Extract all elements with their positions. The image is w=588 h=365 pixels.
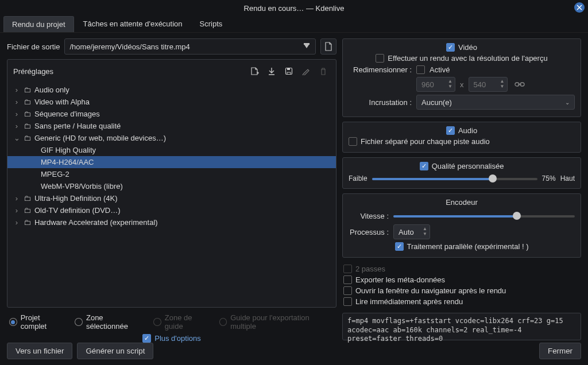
tree-item-audio[interactable]: ›🗀Audio only <box>7 84 336 96</box>
clear-file-icon[interactable] <box>303 42 312 51</box>
tree-label: GIF High Quality <box>41 146 96 154</box>
overlay-select[interactable]: Aucun(e) ⌄ <box>416 95 575 110</box>
radio-full-project[interactable]: Projet complet <box>9 313 67 331</box>
delete-preset-icon[interactable] <box>316 63 330 79</box>
tree-item-imgseq[interactable]: ›🗀Séquence d'images <box>7 108 336 120</box>
main-tabs: Rendu du projet Tâches en attente d'exéc… <box>0 16 588 33</box>
tree-item-hw[interactable]: ›🗀Hardware Accelerated (experimental) <box>7 216 336 228</box>
tree-label: MP4-H264/AAC <box>41 158 94 166</box>
tree-item-lossless[interactable]: ›🗀Sans perte / Haute qualité <box>7 120 336 132</box>
new-preset-icon[interactable] <box>247 63 261 79</box>
tree-label: Audio only <box>34 86 69 94</box>
radio-label: Zone de guide <box>165 313 211 331</box>
tree-item-mp4[interactable]: MP4-H264/AAC <box>7 156 336 168</box>
separate-audio-label: Fichier séparé pour chaque piste audio <box>361 137 490 146</box>
ffmpeg-params[interactable]: f=mp4 movflags=+faststart vcodec=libx264… <box>342 313 581 340</box>
output-file-value: /home/jeremy/Vidéos/Sans titre.mp4 <box>69 42 189 51</box>
preset-tree[interactable]: ›🗀Audio only ›🗀Video with Alpha ›🗀Séquen… <box>7 83 336 232</box>
output-file-input[interactable]: /home/jeremy/Vidéos/Sans titre.mp4 <box>64 38 316 55</box>
parallel-label: Traitement parallèle (expérimental ! ) <box>407 242 529 251</box>
resize-enable-checkbox[interactable] <box>416 65 425 74</box>
x-label: x <box>460 80 464 89</box>
tree-label: Generic (HD for web, mobile devices…) <box>34 134 166 142</box>
resize-label: Redimensionner : <box>349 65 412 74</box>
quality-label: Qualité personnalisée <box>432 162 504 170</box>
tree-item-mpeg2[interactable]: MPEG-2 <box>7 168 336 180</box>
speed-slider[interactable] <box>393 210 575 222</box>
tree-label: Ultra-High Definition (4K) <box>34 194 118 203</box>
two-pass-checkbox <box>343 265 352 273</box>
tree-label: Old-TV definition (DVD…) <box>34 206 121 215</box>
tree-label: Séquence d'images <box>34 110 100 118</box>
radio-label: Projet complet <box>21 313 67 331</box>
tree-label: WebM-VP8/Vorbis (libre) <box>41 182 123 191</box>
download-preset-icon[interactable] <box>265 63 278 79</box>
output-file-label: Fichier de sortie <box>7 42 60 51</box>
threads-value: Auto <box>399 228 414 236</box>
audio-enable-checkbox[interactable] <box>446 126 455 135</box>
parallel-checkbox[interactable] <box>395 242 404 251</box>
svg-rect-2 <box>287 68 290 70</box>
height-spinbox: 540▲▼ <box>469 77 508 92</box>
overlay-label: Incrustation : <box>349 98 412 107</box>
encoder-panel: Encodeur Vitesse : Processus : Auto ▲▼ T… <box>342 193 581 258</box>
tab-scripts[interactable]: Scripts <box>192 16 231 32</box>
edit-preset-icon[interactable] <box>299 63 313 79</box>
browse-file-button[interactable] <box>320 38 336 55</box>
generate-script-button[interactable]: Générer un script <box>77 343 153 359</box>
separate-audio-checkbox[interactable] <box>349 137 357 146</box>
audio-label: Audio <box>458 126 477 135</box>
radio-multi-export: Guide pour l'exportation multiple <box>219 313 334 331</box>
tab-queue[interactable]: Tâches en attente d'exécution <box>75 16 191 32</box>
video-label: Vidéo <box>458 43 477 52</box>
tree-item-alpha[interactable]: ›🗀Video with Alpha <box>7 96 336 108</box>
quality-value: 75% <box>542 174 556 182</box>
radio-label: Guide pour l'exportation multiple <box>230 313 334 331</box>
tab-project-render[interactable]: Rendu du projet <box>3 16 74 32</box>
quality-high-label: Haut <box>560 174 575 182</box>
close-button[interactable]: Fermer <box>539 343 581 359</box>
export-meta-label: Exporter les méta-données <box>355 275 445 284</box>
close-window-button[interactable] <box>574 2 585 13</box>
video-panel: Vidéo Effectuer un rendu avec la résolut… <box>342 38 581 117</box>
two-pass-label: 2 passes <box>355 265 385 273</box>
chevron-down-icon: ⌄ <box>565 99 570 106</box>
more-options-checkbox[interactable] <box>142 334 151 343</box>
play-after-checkbox[interactable] <box>343 297 352 306</box>
custom-quality-checkbox[interactable] <box>420 162 428 170</box>
radio-selected-zone[interactable]: Zone sélectionnée <box>75 313 145 331</box>
titlebar: Rendu en cours… — Kdenlive <box>0 0 588 16</box>
threads-spinbox[interactable]: Auto ▲▼ <box>393 224 430 239</box>
tree-label: Video with Alpha <box>34 98 90 106</box>
extra-options: 2 passes Exporter les méta-données Ouvri… <box>342 262 581 308</box>
tree-item-gif[interactable]: GIF High Quality <box>7 144 336 156</box>
audio-panel: Audio Fichier séparé pour chaque piste a… <box>342 122 581 153</box>
width-value: 960 <box>421 80 434 89</box>
tree-item-webm[interactable]: WebM-VP8/Vorbis (libre) <box>7 180 336 192</box>
export-meta-checkbox[interactable] <box>343 275 352 284</box>
tree-label: Sans perte / Haute qualité <box>34 122 121 130</box>
presets-label: Préréglages <box>13 67 53 76</box>
resize-enable-label: Activé <box>430 65 450 74</box>
tree-item-uhd[interactable]: ›🗀Ultra-High Definition (4K) <box>7 192 336 204</box>
render-to-file-button[interactable]: Vers un fichier <box>7 343 72 359</box>
quality-low-label: Faible <box>349 174 368 182</box>
overlay-value: Aucun(e) <box>421 98 452 107</box>
preview-res-checkbox[interactable] <box>376 54 384 63</box>
quality-slider[interactable] <box>372 173 537 184</box>
tree-label: Hardware Accelerated (experimental) <box>34 218 158 227</box>
tree-label: MPEG-2 <box>41 170 69 178</box>
radio-guide-zone: Zone de guide <box>153 313 211 331</box>
save-preset-icon[interactable] <box>282 63 296 79</box>
preview-res-label: Effectuer un rendu avec la résolution de… <box>388 54 547 63</box>
play-after-label: Lire immédiatement après rendu <box>355 297 463 306</box>
aspect-link-icon <box>512 77 527 92</box>
tree-item-generic[interactable]: ⌄🗀Generic (HD for web, mobile devices…) <box>7 132 336 144</box>
open-browser-label: Ouvrir la fenêtre du navigateur après le… <box>355 286 506 295</box>
open-browser-checkbox[interactable] <box>343 286 352 295</box>
video-enable-checkbox[interactable] <box>446 43 455 52</box>
encoder-label: Encodeur <box>446 198 478 207</box>
more-options-label[interactable]: Plus d'options <box>154 334 201 343</box>
width-spinbox: 960▲▼ <box>416 77 455 92</box>
tree-item-oldtv[interactable]: ›🗀Old-TV definition (DVD…) <box>7 204 336 216</box>
